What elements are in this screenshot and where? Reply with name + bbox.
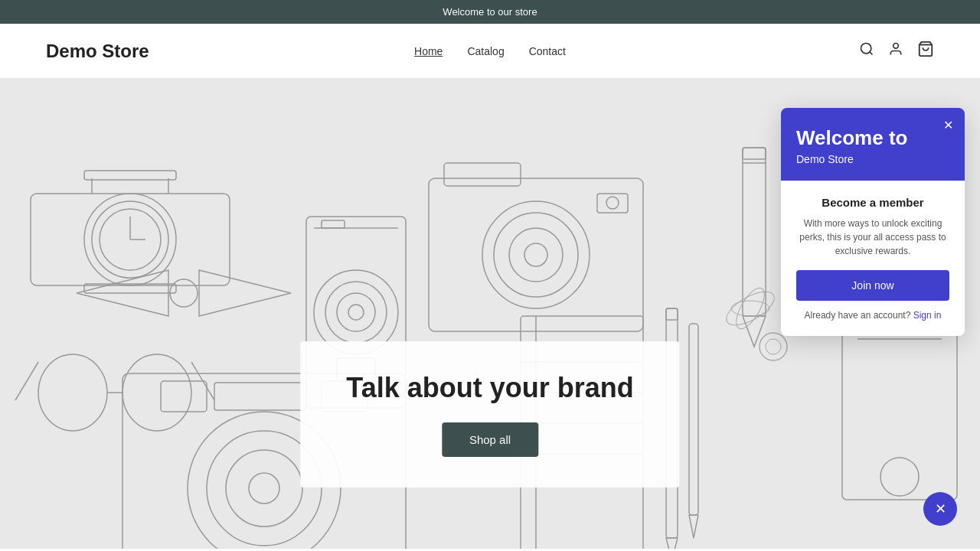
svg-point-0 xyxy=(861,44,871,54)
header: Demo Store Home Catalog Contact xyxy=(0,24,980,79)
popup-description: With more ways to unlock exciting perks,… xyxy=(796,217,949,258)
account-icon[interactable] xyxy=(888,41,903,60)
join-now-button[interactable]: Join now xyxy=(796,270,949,301)
logo[interactable]: Demo Store xyxy=(46,41,149,61)
member-popup: ✕ Welcome to Demo Store Become a member … xyxy=(781,108,965,336)
search-icon[interactable] xyxy=(859,41,874,60)
hero-section: Talk about your brand Shop all ✕ Welcome… xyxy=(0,79,980,549)
svg-point-2 xyxy=(893,44,899,49)
popup-close-button[interactable]: ✕ xyxy=(939,116,957,134)
signin-prompt-text: Already have an account? xyxy=(805,310,911,321)
hero-content: Talk about your brand Shop all xyxy=(300,341,679,487)
announcement-text: Welcome to our store xyxy=(443,6,537,18)
signin-prompt: Already have an account? Sign in xyxy=(796,310,949,321)
announcement-bar: Welcome to our store xyxy=(0,0,980,24)
bottom-close-button[interactable]: ✕ xyxy=(923,492,957,526)
hero-title: Talk about your brand xyxy=(346,372,633,404)
popup-body: Become a member With more ways to unlock… xyxy=(781,181,965,336)
header-left: Demo Store xyxy=(46,41,342,62)
popup-header: ✕ Welcome to Demo Store xyxy=(781,108,965,181)
popup-store-name: Demo Store xyxy=(796,153,949,165)
signin-link[interactable]: Sign in xyxy=(913,310,942,321)
nav-contact[interactable]: Contact xyxy=(529,45,566,57)
shop-all-button[interactable]: Shop all xyxy=(442,422,538,457)
main-nav: Home Catalog Contact xyxy=(342,45,639,57)
popup-welcome-title: Welcome to xyxy=(796,126,949,150)
nav-home[interactable]: Home xyxy=(414,45,443,57)
cart-icon[interactable] xyxy=(917,41,934,61)
svg-line-1 xyxy=(870,52,873,55)
nav-catalog[interactable]: Catalog xyxy=(467,45,504,57)
popup-become-member: Become a member xyxy=(796,196,949,209)
header-icons xyxy=(638,41,934,61)
